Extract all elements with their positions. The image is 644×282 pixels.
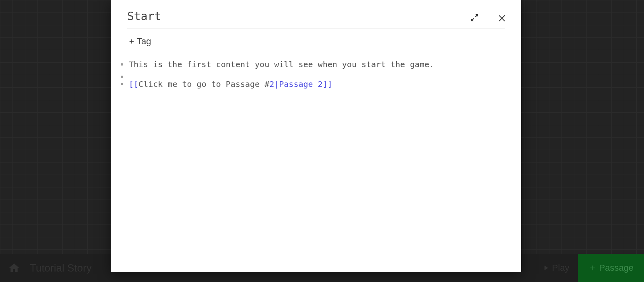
link-target: 2|Passage 2]] — [269, 79, 332, 89]
passage-body-editor[interactable]: This is the first content you will see w… — [111, 54, 521, 272]
plus-icon — [588, 264, 597, 272]
expand-button[interactable] — [469, 12, 480, 23]
line-text[interactable]: This is the first content you will see w… — [129, 58, 434, 71]
passage-editor-modal: Tag This is the first content you will s… — [111, 0, 521, 272]
tag-row: Tag — [111, 29, 521, 54]
gutter-bullet-icon — [121, 76, 123, 78]
modal-header-icons — [469, 12, 508, 23]
close-button[interactable] — [496, 12, 508, 23]
play-icon — [542, 263, 550, 272]
editor-line — [119, 71, 513, 78]
close-icon — [497, 13, 507, 23]
play-button[interactable]: Play — [533, 254, 578, 282]
title-row — [127, 10, 505, 29]
gutter-bullet-icon — [121, 63, 123, 66]
passage-title-input[interactable] — [127, 10, 505, 23]
link-text: Click me to go to Passage # — [138, 79, 269, 89]
expand-icon — [470, 13, 479, 23]
line-text[interactable]: [[Click me to go to Passage #2|Passage 2… — [129, 78, 332, 91]
home-button[interactable] — [8, 262, 20, 274]
editor-line: [[Click me to go to Passage #2|Passage 2… — [119, 78, 513, 91]
add-passage-button[interactable]: Passage — [578, 254, 644, 282]
link-bracket: [[ — [129, 79, 138, 89]
add-tag-label: Tag — [137, 36, 151, 47]
gutter-bullet-icon — [121, 83, 123, 85]
play-label: Play — [552, 263, 570, 273]
plus-icon — [128, 38, 135, 45]
story-name[interactable]: Tutorial Story — [30, 262, 92, 274]
modal-header — [111, 0, 521, 29]
bottom-right-controls: Play Passage — [533, 254, 644, 282]
add-tag-button[interactable]: Tag — [128, 36, 151, 47]
home-icon — [8, 262, 20, 274]
add-passage-label: Passage — [599, 263, 634, 273]
editor-line: This is the first content you will see w… — [119, 58, 513, 71]
